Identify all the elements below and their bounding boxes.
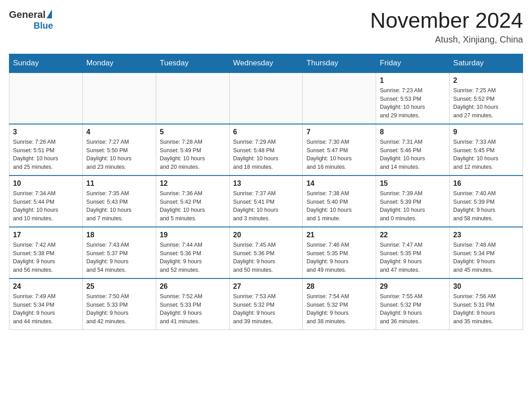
calendar-cell: 18Sunrise: 7:43 AM Sunset: 5:37 PM Dayli… bbox=[82, 227, 156, 278]
day-number: 29 bbox=[380, 283, 446, 291]
calendar-cell: 5Sunrise: 7:28 AM Sunset: 5:49 PM Daylig… bbox=[156, 124, 229, 176]
day-info: Sunrise: 7:34 AM Sunset: 5:44 PM Dayligh… bbox=[13, 189, 79, 223]
day-header-friday: Friday bbox=[376, 54, 450, 73]
day-number: 8 bbox=[380, 128, 446, 136]
location-text: Atush, Xinjiang, China bbox=[370, 34, 523, 45]
calendar-header-row: SundayMondayTuesdayWednesdayThursdayFrid… bbox=[9, 54, 523, 73]
day-number: 14 bbox=[306, 180, 372, 188]
day-info: Sunrise: 7:40 AM Sunset: 5:39 PM Dayligh… bbox=[453, 189, 519, 223]
day-info: Sunrise: 7:27 AM Sunset: 5:50 PM Dayligh… bbox=[86, 138, 152, 171]
calendar-cell: 20Sunrise: 7:45 AM Sunset: 5:36 PM Dayli… bbox=[229, 227, 303, 278]
calendar-cell: 16Sunrise: 7:40 AM Sunset: 5:39 PM Dayli… bbox=[450, 176, 523, 227]
calendar-cell: 29Sunrise: 7:55 AM Sunset: 5:32 PM Dayli… bbox=[376, 278, 450, 330]
day-number: 13 bbox=[233, 180, 299, 188]
day-info: Sunrise: 7:39 AM Sunset: 5:39 PM Dayligh… bbox=[380, 189, 446, 223]
day-info: Sunrise: 7:46 AM Sunset: 5:35 PM Dayligh… bbox=[306, 241, 372, 274]
calendar-cell: 6Sunrise: 7:29 AM Sunset: 5:48 PM Daylig… bbox=[229, 124, 303, 176]
day-info: Sunrise: 7:26 AM Sunset: 5:51 PM Dayligh… bbox=[13, 138, 79, 171]
logo-general-text: General bbox=[9, 9, 46, 21]
day-info: Sunrise: 7:53 AM Sunset: 5:32 PM Dayligh… bbox=[233, 292, 299, 326]
calendar-cell: 28Sunrise: 7:54 AM Sunset: 5:32 PM Dayli… bbox=[303, 278, 376, 330]
day-info: Sunrise: 7:52 AM Sunset: 5:33 PM Dayligh… bbox=[160, 292, 226, 326]
day-header-thursday: Thursday bbox=[303, 54, 376, 73]
day-info: Sunrise: 7:38 AM Sunset: 5:40 PM Dayligh… bbox=[306, 189, 372, 223]
calendar-table: SundayMondayTuesdayWednesdayThursdayFrid… bbox=[9, 54, 523, 330]
day-number: 5 bbox=[160, 128, 226, 136]
calendar-cell: 3Sunrise: 7:26 AM Sunset: 5:51 PM Daylig… bbox=[9, 124, 83, 176]
day-number: 16 bbox=[453, 180, 519, 188]
day-info: Sunrise: 7:31 AM Sunset: 5:46 PM Dayligh… bbox=[380, 138, 446, 171]
day-header-monday: Monday bbox=[82, 54, 156, 73]
day-number: 4 bbox=[86, 128, 152, 136]
page-header: General Blue November 2024 Atush, Xinjia… bbox=[9, 9, 523, 45]
day-info: Sunrise: 7:25 AM Sunset: 5:52 PM Dayligh… bbox=[453, 86, 519, 120]
calendar-cell bbox=[156, 73, 229, 124]
logo: General Blue bbox=[9, 9, 53, 31]
day-header-wednesday: Wednesday bbox=[229, 54, 303, 73]
day-info: Sunrise: 7:55 AM Sunset: 5:32 PM Dayligh… bbox=[380, 292, 446, 326]
day-number: 15 bbox=[380, 180, 446, 188]
day-number: 18 bbox=[86, 231, 152, 239]
calendar-cell: 7Sunrise: 7:30 AM Sunset: 5:47 PM Daylig… bbox=[303, 124, 376, 176]
calendar-week-row: 10Sunrise: 7:34 AM Sunset: 5:44 PM Dayli… bbox=[9, 176, 523, 227]
calendar-week-row: 3Sunrise: 7:26 AM Sunset: 5:51 PM Daylig… bbox=[9, 124, 523, 176]
calendar-cell: 25Sunrise: 7:50 AM Sunset: 5:33 PM Dayli… bbox=[82, 278, 156, 330]
calendar-cell: 27Sunrise: 7:53 AM Sunset: 5:32 PM Dayli… bbox=[229, 278, 303, 330]
day-info: Sunrise: 7:49 AM Sunset: 5:34 PM Dayligh… bbox=[13, 292, 79, 326]
calendar-cell: 21Sunrise: 7:46 AM Sunset: 5:35 PM Dayli… bbox=[303, 227, 376, 278]
day-number: 20 bbox=[233, 231, 299, 239]
day-info: Sunrise: 7:43 AM Sunset: 5:37 PM Dayligh… bbox=[86, 241, 152, 274]
calendar-cell: 26Sunrise: 7:52 AM Sunset: 5:33 PM Dayli… bbox=[156, 278, 229, 330]
calendar-cell: 2Sunrise: 7:25 AM Sunset: 5:52 PM Daylig… bbox=[450, 73, 523, 124]
day-number: 23 bbox=[453, 231, 519, 239]
calendar-cell: 19Sunrise: 7:44 AM Sunset: 5:36 PM Dayli… bbox=[156, 227, 229, 278]
day-number: 11 bbox=[86, 180, 152, 188]
day-info: Sunrise: 7:45 AM Sunset: 5:36 PM Dayligh… bbox=[233, 241, 299, 274]
day-header-tuesday: Tuesday bbox=[156, 54, 229, 73]
day-info: Sunrise: 7:56 AM Sunset: 5:31 PM Dayligh… bbox=[453, 292, 519, 326]
calendar-cell: 23Sunrise: 7:48 AM Sunset: 5:34 PM Dayli… bbox=[450, 227, 523, 278]
day-number: 25 bbox=[86, 283, 152, 291]
day-info: Sunrise: 7:48 AM Sunset: 5:34 PM Dayligh… bbox=[453, 241, 519, 274]
calendar-cell: 8Sunrise: 7:31 AM Sunset: 5:46 PM Daylig… bbox=[376, 124, 450, 176]
calendar-week-row: 24Sunrise: 7:49 AM Sunset: 5:34 PM Dayli… bbox=[9, 278, 523, 330]
calendar-week-row: 17Sunrise: 7:42 AM Sunset: 5:38 PM Dayli… bbox=[9, 227, 523, 278]
day-number: 24 bbox=[13, 283, 79, 291]
day-info: Sunrise: 7:47 AM Sunset: 5:35 PM Dayligh… bbox=[380, 241, 446, 274]
day-number: 21 bbox=[306, 231, 372, 239]
calendar-week-row: 1Sunrise: 7:23 AM Sunset: 5:53 PM Daylig… bbox=[9, 73, 523, 124]
month-title: November 2024 bbox=[370, 9, 523, 33]
calendar-cell: 1Sunrise: 7:23 AM Sunset: 5:53 PM Daylig… bbox=[376, 73, 450, 124]
calendar-cell: 13Sunrise: 7:37 AM Sunset: 5:41 PM Dayli… bbox=[229, 176, 303, 227]
day-number: 10 bbox=[13, 180, 79, 188]
calendar-cell: 15Sunrise: 7:39 AM Sunset: 5:39 PM Dayli… bbox=[376, 176, 450, 227]
calendar-cell: 9Sunrise: 7:33 AM Sunset: 5:45 PM Daylig… bbox=[450, 124, 523, 176]
day-number: 12 bbox=[160, 180, 226, 188]
calendar-cell: 17Sunrise: 7:42 AM Sunset: 5:38 PM Dayli… bbox=[9, 227, 83, 278]
day-info: Sunrise: 7:35 AM Sunset: 5:43 PM Dayligh… bbox=[86, 189, 152, 223]
day-number: 1 bbox=[380, 77, 446, 85]
day-number: 3 bbox=[13, 128, 79, 136]
day-info: Sunrise: 7:54 AM Sunset: 5:32 PM Dayligh… bbox=[306, 292, 372, 326]
calendar-cell: 11Sunrise: 7:35 AM Sunset: 5:43 PM Dayli… bbox=[82, 176, 156, 227]
logo-blue-text: Blue bbox=[34, 21, 53, 31]
title-section: November 2024 Atush, Xinjiang, China bbox=[370, 9, 523, 45]
day-number: 27 bbox=[233, 283, 299, 291]
day-info: Sunrise: 7:36 AM Sunset: 5:42 PM Dayligh… bbox=[160, 189, 226, 223]
day-number: 6 bbox=[233, 128, 299, 136]
day-info: Sunrise: 7:33 AM Sunset: 5:45 PM Dayligh… bbox=[453, 138, 519, 171]
day-number: 17 bbox=[13, 231, 79, 239]
calendar-cell bbox=[303, 73, 376, 124]
calendar-cell: 10Sunrise: 7:34 AM Sunset: 5:44 PM Dayli… bbox=[9, 176, 83, 227]
day-number: 30 bbox=[453, 283, 519, 291]
day-number: 22 bbox=[380, 231, 446, 239]
calendar-cell: 22Sunrise: 7:47 AM Sunset: 5:35 PM Dayli… bbox=[376, 227, 450, 278]
day-number: 7 bbox=[306, 128, 372, 136]
calendar-cell: 12Sunrise: 7:36 AM Sunset: 5:42 PM Dayli… bbox=[156, 176, 229, 227]
day-info: Sunrise: 7:42 AM Sunset: 5:38 PM Dayligh… bbox=[13, 241, 79, 274]
day-number: 9 bbox=[453, 128, 519, 136]
calendar-cell: 4Sunrise: 7:27 AM Sunset: 5:50 PM Daylig… bbox=[82, 124, 156, 176]
day-number: 28 bbox=[306, 283, 372, 291]
calendar-cell bbox=[9, 73, 83, 124]
logo-triangle-icon bbox=[47, 9, 52, 18]
